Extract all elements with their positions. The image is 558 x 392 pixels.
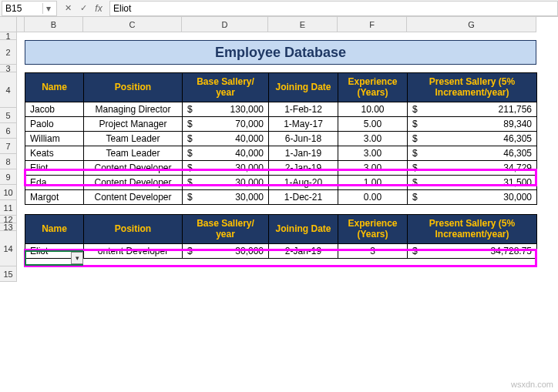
row-header[interactable]: 5 — [0, 108, 17, 123]
th-present: Present Sallery (5% Increament/year) — [408, 215, 537, 244]
th-joining: Joining Date — [269, 73, 338, 102]
row-header[interactable]: 13 — [0, 223, 17, 231]
row-header[interactable]: 15 — [0, 266, 17, 282]
table-row[interactable]: EdaContent Developer30,0001-Aug-201.0031… — [25, 175, 537, 189]
row-header[interactable]: 11 — [0, 200, 17, 216]
th-name: Name — [25, 73, 84, 102]
row-header[interactable]: 14 — [0, 231, 17, 266]
row-header[interactable]: 10 — [0, 185, 17, 200]
table-row[interactable]: KeatsTeam Leader40,0001-Jan-193.0046,305 — [25, 146, 537, 160]
row-header[interactable]: 8 — [0, 154, 17, 169]
col-header[interactable]: F — [338, 17, 407, 32]
row-header[interactable]: 3 — [0, 65, 17, 72]
sheet-title: Employee Database — [25, 40, 536, 65]
col-header[interactable]: B — [25, 17, 83, 32]
watermark: wsxdn.com — [511, 380, 553, 389]
th-present: Present Sallery (5% Increament/year) — [408, 73, 537, 102]
row-header[interactable]: 4 — [0, 72, 17, 108]
name-box-dropdown-icon[interactable]: ▾ — [42, 3, 53, 14]
name-box-value: B15 — [5, 3, 22, 14]
th-exp: Experience (Years) — [338, 73, 408, 102]
table-row[interactable]: WilliamTeam Leader40,0006-Jun-183.0046,3… — [25, 131, 537, 146]
row-header[interactable]: 6 — [0, 123, 17, 139]
th-position: Position — [84, 73, 183, 102]
th-name: Name — [25, 215, 84, 244]
lookup-table: Name Position Base Sallery/ year Joining… — [25, 214, 537, 259]
select-all-corner[interactable] — [0, 17, 17, 32]
table-row[interactable]: JacobManaging Director130,0001-Feb-1210.… — [25, 102, 537, 116]
lookup-row[interactable]: Eliot ontent Developer 30,000 2-Jan-19 3… — [25, 243, 537, 258]
col-header[interactable]: E — [268, 17, 338, 32]
col-header[interactable] — [17, 17, 25, 32]
dropdown-handle-icon[interactable]: ▾ — [71, 252, 83, 264]
enter-icon[interactable]: ✓ — [76, 1, 91, 16]
th-position: Position — [84, 215, 183, 244]
formula-value: Eliot — [113, 3, 131, 14]
table-row[interactable]: MargotContent Developer30,0001-Dec-210.0… — [25, 189, 537, 204]
col-header[interactable]: C — [83, 17, 182, 32]
row-header[interactable]: 1 — [0, 32, 17, 40]
col-header[interactable]: D — [182, 17, 268, 32]
cancel-icon[interactable]: ✕ — [60, 1, 76, 16]
row-header[interactable]: 7 — [0, 139, 17, 154]
fx-icon[interactable]: fx — [91, 1, 106, 16]
th-joining: Joining Date — [269, 215, 338, 244]
table-row[interactable]: EliotContent Developer30,0002-Jan-193.00… — [25, 160, 537, 175]
formula-input[interactable]: Eliot — [109, 1, 558, 16]
formula-bar-row: B15 ▾ ✕ ✓ fx Eliot — [0, 0, 558, 17]
row-header[interactable]: 2 — [0, 40, 17, 65]
row-header[interactable]: 9 — [0, 169, 17, 185]
col-header[interactable]: G — [407, 17, 536, 32]
employee-table: Name Position Base Sallery/ year Joining… — [25, 72, 537, 205]
th-base: Base Sallery/ year — [183, 73, 269, 102]
th-exp: Experience (Years) — [338, 215, 408, 244]
th-base: Base Sallery/ year — [183, 215, 269, 244]
name-box[interactable]: B15 ▾ — [2, 1, 57, 16]
table-row[interactable]: PaoloProject Manager70,0001-May-175.0089… — [25, 116, 537, 131]
